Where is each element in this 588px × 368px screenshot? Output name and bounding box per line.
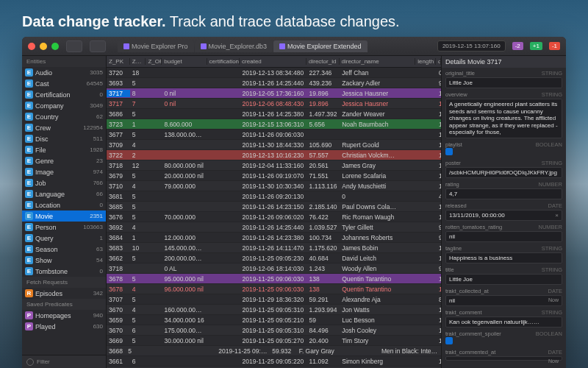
cell[interactable]: Rupert Goold: [340, 141, 416, 149]
sidebar-item[interactable]: EJob766: [22, 177, 106, 188]
cell[interactable]: 2019-11-25 09:05:210: [240, 316, 306, 324]
cell[interactable]: 19.896: [307, 90, 340, 97]
cell[interactable]: 2019-11-25 09:05:270: [240, 337, 306, 344]
cell[interactable]: 5.656: [307, 121, 340, 128]
cell[interactable]: 6: [130, 327, 146, 334]
table-row[interactable]: 368552019-11-26 14:23:1502.185.140Paul D…: [107, 202, 441, 212]
table-row[interactable]: 371780 nil2019-12-05 17:36:16019.896Jess…: [107, 88, 441, 99]
column-header[interactable]: original_title: [436, 58, 441, 65]
snapshot-timestamp[interactable]: 2019-12-15 13:07:160: [437, 40, 506, 52]
table-row[interactable]: 3684112.000.0002019-11-26 14:23:380100.7…: [107, 233, 441, 243]
cell[interactable]: 2019-11-26 09:06:030: [240, 131, 306, 138]
cell[interactable]: 439.236: [307, 79, 340, 87]
cell[interactable]: Jessica Hausner: [340, 100, 416, 107]
cell[interactable]: Johannes Roberts: [340, 234, 416, 241]
cell[interactable]: 2019-12-15 13:06:310: [240, 121, 306, 128]
cell[interactable]: 1.039.527: [307, 224, 340, 231]
cell[interactable]: 20.400: [307, 337, 340, 344]
cell[interactable]: 138: [307, 275, 340, 283]
table-row[interactable]: 3678496.000.000 nil2019-11-25 09:06:0301…: [107, 284, 441, 294]
column-header[interactable]: director_name: [340, 58, 416, 65]
cell[interactable]: 2019-12-06 18:14:030: [240, 265, 306, 272]
play-button[interactable]: [66, 40, 82, 52]
cell[interactable]: 5: [130, 172, 146, 180]
cell[interactable]: 2019-11-25 09:05:310: [240, 327, 306, 334]
cell[interactable]: James Bobin: [340, 244, 416, 252]
detail-value[interactable]: 13/11/2019, 00:00:00 ×: [445, 210, 562, 221]
cell[interactable]: 2019-11-26 14:25:440: [240, 224, 306, 231]
cell[interactable]: Luc Besson: [340, 316, 416, 324]
cell[interactable]: 3679: [107, 172, 130, 180]
detail-value[interactable]: Little Joe: [445, 77, 562, 88]
sidebar-item[interactable]: ECrew122954: [22, 122, 106, 133]
table-row[interactable]: 3659534.000.000 162019-11-25 09:05:21059…: [107, 315, 441, 325]
cell[interactable]: 3720: [107, 69, 130, 77]
cell[interactable]: 8: [130, 90, 146, 97]
cell[interactable]: 3686: [107, 110, 130, 118]
table-row[interactable]: 36775138.000.000 nil2019-11-26 09:06:030…: [107, 130, 441, 140]
cell[interactable]: Quentin Tarantino: [340, 286, 416, 293]
cell[interactable]: 1.175.620: [307, 244, 340, 252]
cell[interactable]: 4: [130, 141, 146, 149]
detail-value[interactable]: Now: [445, 356, 562, 361]
cell[interactable]: Ric Roman Waugh: [340, 213, 416, 221]
table-row[interactable]: 372318.600.0002019-12-15 13:06:3105.656N…: [107, 119, 441, 130]
cell[interactable]: Andy Muschietti: [340, 183, 416, 190]
cell[interactable]: 2019-11-25 09:06:030: [240, 286, 306, 293]
cell[interactable]: 71.551: [307, 172, 340, 180]
detail-value[interactable]: /scbkHCMURjHI0Pld0fOQDIqJKkFRY.jpg: [445, 167, 562, 178]
sidebar-item[interactable]: ECompany3049: [22, 100, 106, 111]
cell[interactable]: 1: [130, 121, 146, 128]
cell[interactable]: Christian Volckm…: [340, 152, 416, 159]
table-row[interactable]: 36706175.000.000 nil2019-11-25 09:05:310…: [107, 325, 441, 336]
minimize-icon[interactable]: [40, 43, 47, 50]
cell[interactable]: 138: [307, 286, 340, 293]
cell[interactable]: 5: [130, 316, 146, 324]
cell[interactable]: Jon Watts: [340, 306, 416, 314]
change-badge-modified[interactable]: -2: [512, 42, 523, 50]
cell[interactable]: 5: [130, 131, 146, 138]
checkbox-icon[interactable]: [445, 148, 453, 155]
cell[interactable]: 7: [130, 100, 146, 107]
cell[interactable]: 5: [130, 203, 146, 210]
cell[interactable]: Jessica Hausner: [340, 90, 416, 97]
cell[interactable]: 3662: [107, 255, 130, 262]
sidebar-item[interactable]: REpisodes342: [22, 288, 106, 299]
cell[interactable]: 1.243: [307, 265, 340, 272]
cell[interactable]: Noah Baumbach: [340, 121, 416, 128]
cell[interactable]: 2019-11-26 14:25:440: [240, 79, 306, 87]
cell[interactable]: 18: [130, 69, 146, 77]
cell[interactable]: 5: [130, 79, 146, 87]
sidebar-item[interactable]: ECertification0: [22, 89, 106, 100]
sidebar-item[interactable]: PPlayed630: [22, 321, 106, 332]
close-icon[interactable]: [28, 43, 35, 50]
cell[interactable]: 2019-11-26 09:19:070: [240, 172, 306, 180]
column-header[interactable]: Z_OPT: [146, 58, 162, 65]
cell[interactable]: 79.000.000: [162, 183, 207, 190]
detail-value[interactable]: nil: [445, 231, 562, 242]
cell[interactable]: 3681: [107, 193, 130, 200]
column-header[interactable]: length: [415, 58, 436, 65]
cell[interactable]: 5: [130, 255, 146, 262]
table-row[interactable]: 3669530.000.000 nil2019-11-25 09:05:2702…: [107, 336, 441, 346]
cell[interactable]: 2019-11-25 09:05:220: [240, 358, 306, 365]
cell[interactable]: 2019-12-06 08:48:430: [240, 100, 306, 107]
table-row[interactable]: 37181280.000.000 nil2019-12-04 11:33:160…: [107, 160, 441, 171]
cell[interactable]: 1.497.392: [307, 110, 340, 118]
cell[interactable]: 4: [130, 224, 146, 231]
cell[interactable]: 4: [130, 183, 146, 190]
cell[interactable]: 20.561: [307, 162, 340, 169]
cell[interactable]: 3717: [107, 90, 130, 97]
table-row[interactable]: 3678595.000.000 nil2019-11-25 09:06:0301…: [107, 274, 441, 284]
sidebar-item[interactable]: ESeason63: [22, 244, 106, 255]
cell[interactable]: 19.896: [307, 100, 340, 107]
cell[interactable]: 1.113.116: [307, 183, 340, 190]
cell[interactable]: James Gray: [340, 162, 416, 169]
cell[interactable]: 11.092: [307, 358, 340, 365]
table-row[interactable]: 36704160.000.000 nil2019-11-25 09:05:310…: [107, 305, 441, 315]
table-row[interactable]: 366852019-11-25 09:05:26059.932F. Gary G…: [107, 346, 441, 356]
table-row[interactable]: 369352019-11-26 14:25:440439.236Zackary …: [107, 78, 441, 88]
cell[interactable]: 5: [130, 213, 146, 221]
table-row[interactable]: 372222019-12-13 10:16:23057.557Christian…: [107, 150, 441, 160]
cell[interactable]: 84.496: [307, 327, 340, 334]
